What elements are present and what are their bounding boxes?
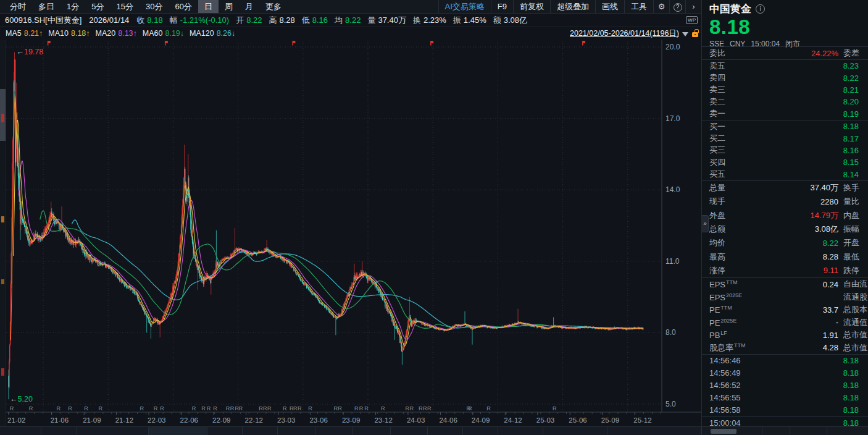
bottom-tab[interactable] (315, 427, 353, 435)
fin-value: - (836, 318, 838, 327)
tab-5分[interactable]: 5分 (85, 0, 110, 13)
ma-legend-MA5: MA58.21↑ (6, 29, 43, 38)
date-range-selector[interactable]: 2021/02/05-2026/01/14(1196日) (570, 28, 679, 39)
bid-price: 8.14 (843, 170, 868, 179)
info-icon[interactable]: i (756, 4, 765, 14)
tool-F9[interactable]: F9 (491, 0, 513, 13)
tab-多日[interactable]: 多日 (32, 0, 61, 13)
sidebar-expander[interactable]: » (702, 215, 709, 232)
tick-price: 8.18 (843, 368, 868, 378)
unlock-icon[interactable] (692, 32, 698, 37)
fin-label: EPSTTM (709, 279, 738, 289)
x-tick-label: 22-09 (212, 416, 230, 424)
bottom-tab[interactable] (278, 427, 315, 435)
bid-row-买二[interactable]: 买二8.17 (702, 132, 868, 144)
tool-AI交易策略[interactable]: AI交易策略 (438, 0, 491, 13)
stat-row-最高: 最高8.28最低 (702, 250, 868, 263)
ask-row-卖五[interactable]: 卖五8.23 (702, 60, 868, 72)
r-event-marker: R (201, 405, 206, 412)
stock-trading-app: 分时多日1分5分15分30分60分日周月更多 AI交易策略F9前复权超级叠加画线… (0, 0, 868, 435)
ask-label: 卖四 (709, 72, 725, 83)
bottom-tab[interactable] (498, 427, 543, 435)
candles-up-wicks (9, 53, 643, 389)
help-icon[interactable]: ? (669, 0, 685, 13)
field-key: 振 (453, 15, 461, 25)
x-tick-label: 23-09 (342, 416, 360, 424)
tool-工具[interactable]: 工具 (624, 0, 653, 13)
x-tick-label: 22-12 (245, 416, 263, 424)
candles-down-wicks (9, 59, 643, 400)
tab-月[interactable]: 月 (239, 0, 259, 13)
stat-row-外盘: 外盘14.79万内盘 (702, 209, 868, 222)
candles-down-bodies (9, 60, 643, 387)
fin-label-superscript: LF (720, 330, 727, 336)
gear-icon[interactable]: ⚙ (653, 0, 669, 13)
candles-up-bodies (9, 60, 643, 387)
tab-更多[interactable]: 更多 (259, 0, 288, 13)
bottom-tab[interactable] (543, 427, 607, 435)
left-edge-panel (0, 40, 6, 426)
currency-label: CNY (730, 40, 745, 48)
ask-price: 8.20 (843, 97, 868, 106)
bottom-tab[interactable] (607, 427, 701, 435)
bottom-tab[interactable] (391, 427, 428, 435)
ma-value: 8.21↑ (24, 29, 43, 38)
bid-row-买四[interactable]: 买四8.15 (702, 156, 868, 168)
fin-label: PBLF (709, 330, 727, 340)
bottom-tab[interactable] (353, 427, 391, 435)
field-value: -1.21%(-0.10) (180, 15, 229, 25)
wp-window-icon[interactable]: WP (686, 16, 698, 24)
r-event-marker: R (10, 405, 14, 412)
bid-row-买五[interactable]: 买五8.14 (702, 169, 868, 180)
horizontal-scrollbar[interactable] (711, 429, 737, 434)
bottom-tab[interactable] (149, 427, 207, 435)
ma-legend-MA60: MA608.19↓ (143, 29, 184, 38)
tool-前复权[interactable]: 前复权 (513, 0, 550, 13)
fin-row-PE-TTM: PETTM33.7总股本 (702, 303, 868, 316)
fin-label: PE2025E (709, 318, 737, 327)
x-tick-label: 24-12 (504, 416, 522, 424)
bottom-tab[interactable] (207, 427, 243, 435)
tab-日[interactable]: 日 (198, 0, 219, 13)
ask-row-卖三[interactable]: 卖三8.21 (702, 84, 868, 96)
r-event-marker: R (298, 405, 302, 412)
candlestick-chart[interactable]: 20.017.014.011.08.05.021-0221-0621-0921-… (6, 40, 701, 426)
field-低: 低8.16 (302, 15, 328, 26)
tab-15分[interactable]: 15分 (110, 0, 139, 13)
chevron-right-icon[interactable]: › (685, 0, 701, 13)
fin-label2: 自由流 (843, 279, 868, 290)
fin-label: 股息率TTM (709, 342, 746, 353)
bottom-tab[interactable] (0, 427, 41, 435)
ask-price: 8.19 (843, 109, 868, 119)
quote-date: 2026/01/14 (89, 15, 129, 25)
bottom-tab[interactable] (243, 427, 278, 435)
bid-row-买三[interactable]: 买三8.16 (702, 145, 868, 156)
bottom-tab[interactable] (463, 427, 498, 435)
ask-row-卖二[interactable]: 卖二8.20 (702, 96, 868, 108)
bottom-tab[interactable] (77, 427, 149, 435)
field-value: 2.23% (424, 15, 446, 25)
tab-分时[interactable]: 分时 (4, 0, 32, 13)
field-key: 高 (269, 15, 277, 25)
event-flag-icon (430, 43, 432, 46)
stat-label: 外盘 (709, 210, 725, 221)
stat-label2: 开盘 (843, 237, 868, 248)
market-meta: SSECNY15:00:04闭市 (709, 39, 862, 49)
ask-label: 卖二 (709, 96, 725, 108)
tab-1分[interactable]: 1分 (61, 0, 85, 13)
ask-row-卖四[interactable]: 卖四8.22 (702, 72, 868, 83)
field-换: 换2.23% (413, 15, 446, 26)
field-value: 8.22 (246, 15, 262, 25)
fin-label-superscript: 2025E (726, 292, 742, 298)
tab-周[interactable]: 周 (219, 0, 239, 13)
tab-30分[interactable]: 30分 (140, 0, 169, 13)
bid-row-买一[interactable]: 买一8.18 (702, 120, 868, 132)
bottom-tab[interactable] (41, 427, 78, 435)
tool-超级叠加[interactable]: 超级叠加 (550, 0, 595, 13)
chevron-down-icon[interactable] (682, 32, 688, 36)
ask-row-卖一[interactable]: 卖一8.19 (702, 108, 868, 120)
tab-60分[interactable]: 60分 (169, 0, 198, 13)
tool-画线[interactable]: 画线 (595, 0, 624, 13)
ma-value: 8.26↓ (217, 29, 236, 38)
bottom-tab[interactable] (428, 427, 463, 435)
